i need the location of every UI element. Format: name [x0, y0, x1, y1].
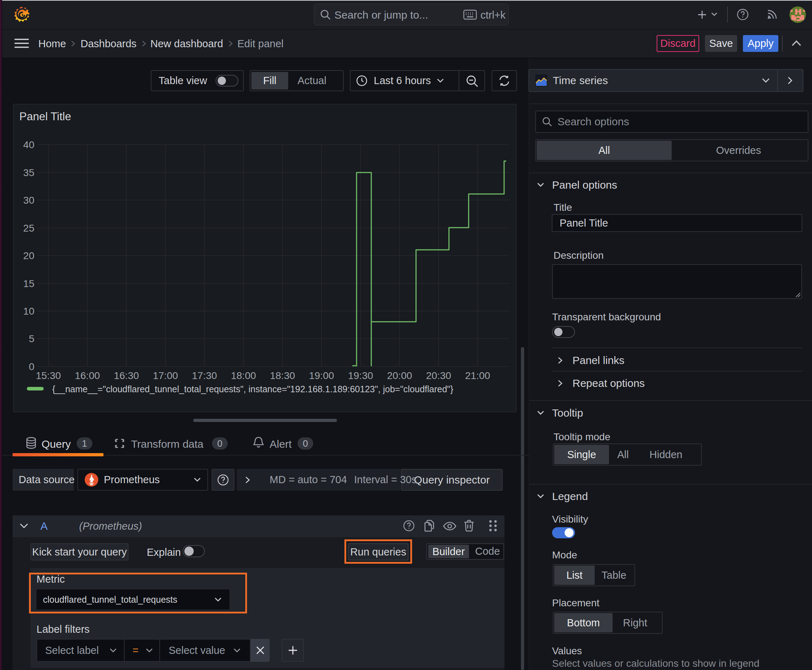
svg-text:19:30: 19:30	[348, 370, 373, 381]
svg-text:0: 0	[29, 361, 34, 372]
svg-text:15:30: 15:30	[36, 370, 61, 381]
svg-text:30: 30	[23, 195, 34, 206]
svg-text:17:00: 17:00	[153, 370, 178, 381]
svg-text:20: 20	[23, 250, 34, 261]
svg-text:21:00: 21:00	[465, 370, 490, 381]
svg-text:20:00: 20:00	[387, 370, 412, 381]
svg-text:15: 15	[23, 278, 34, 289]
svg-text:40: 40	[23, 139, 34, 150]
svg-text:18:30: 18:30	[270, 370, 295, 381]
svg-text:16:00: 16:00	[75, 370, 100, 381]
svg-text:5: 5	[29, 333, 34, 344]
svg-text:18:00: 18:00	[231, 370, 256, 381]
svg-text:16:30: 16:30	[114, 370, 139, 381]
svg-text:19:00: 19:00	[309, 370, 334, 381]
svg-text:10: 10	[23, 306, 34, 317]
svg-text:35: 35	[23, 167, 34, 178]
svg-text:20:30: 20:30	[426, 370, 451, 381]
svg-text:{__name__="cloudflared_tunnel_: {__name__="cloudflared_tunnel_total_requ…	[52, 384, 453, 394]
svg-text:17:30: 17:30	[192, 370, 217, 381]
svg-text:25: 25	[23, 223, 34, 234]
